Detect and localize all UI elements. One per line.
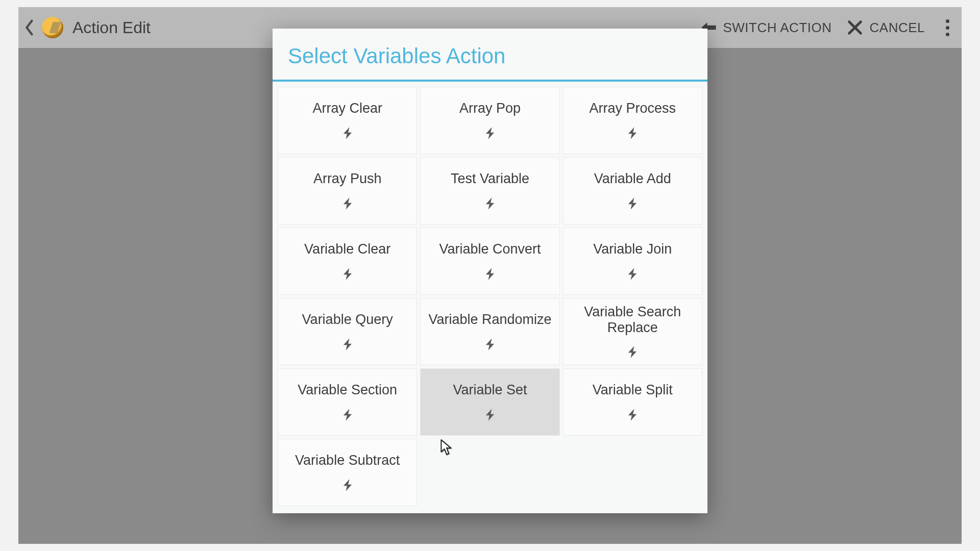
action-tile-label: Variable Add [590, 171, 675, 187]
lightning-icon [625, 408, 640, 422]
action-tile[interactable]: Variable Search Replace [563, 298, 702, 365]
action-tile[interactable]: Variable Randomize [420, 298, 559, 365]
dot-icon [946, 33, 949, 36]
lightning-icon [625, 267, 640, 281]
chevron-left-icon [25, 19, 35, 36]
lightning-icon [625, 196, 640, 211]
action-tile[interactable]: Variable Clear [278, 228, 417, 295]
lightning-icon [340, 337, 355, 352]
page-title: Action Edit [72, 18, 151, 37]
lightning-icon [483, 267, 497, 281]
action-tile[interactable]: Variable Set [420, 368, 559, 436]
switch-action-button[interactable]: SWITCH ACTION [699, 19, 831, 36]
overflow-menu-button[interactable] [942, 19, 952, 36]
action-tile[interactable]: Array Clear [278, 87, 417, 154]
action-tile[interactable]: Array Push [278, 157, 417, 224]
lightning-icon [340, 196, 355, 211]
switch-action-label: SWITCH ACTION [723, 20, 831, 36]
lightning-icon [340, 267, 355, 281]
lightning-icon [625, 126, 640, 140]
action-tile-label: Array Push [309, 171, 386, 187]
action-tile[interactable]: Variable Add [563, 157, 702, 224]
close-icon [846, 19, 864, 36]
app-logo-icon [42, 17, 63, 38]
action-tile[interactable]: Array Process [563, 87, 702, 154]
dot-icon [946, 19, 949, 23]
back-button[interactable] [23, 21, 37, 34]
action-tile-label: Variable Convert [435, 241, 545, 257]
action-tile-label: Variable Set [449, 382, 531, 398]
action-tile[interactable]: Variable Section [278, 368, 417, 436]
action-tile-label: Variable Clear [300, 241, 395, 257]
action-tile[interactable]: Variable Subtract [278, 439, 417, 506]
lightning-icon [340, 408, 355, 422]
lightning-icon [340, 126, 355, 140]
action-tile-label: Variable Randomize [424, 312, 555, 328]
action-tile[interactable]: Test Variable [420, 157, 559, 224]
action-tile-label: Variable Join [589, 241, 676, 257]
lightning-icon [483, 337, 497, 352]
action-tile-label: Array Pop [455, 101, 525, 116]
action-tile-label: Variable Section [293, 382, 401, 398]
action-tile[interactable]: Variable Split [563, 368, 702, 436]
lightning-icon [340, 478, 355, 492]
dot-icon [946, 26, 949, 30]
action-tile-label: Array Process [585, 101, 680, 116]
select-action-dialog: Select Variables Action Array ClearArray… [273, 29, 707, 513]
lightning-icon [483, 126, 497, 140]
dialog-title: Select Variables Action [273, 29, 707, 80]
action-tile-label: Array Clear [308, 101, 386, 116]
lightning-icon [625, 345, 640, 359]
action-grid: Array ClearArray PopArray ProcessArray P… [273, 82, 707, 509]
action-tile-label: Variable Query [298, 312, 397, 328]
action-tile-label: Test Variable [447, 171, 533, 187]
cancel-button[interactable]: CANCEL [846, 19, 925, 36]
lightning-icon [483, 408, 497, 422]
action-tile-label: Variable Split [589, 382, 677, 398]
lightning-icon [483, 196, 497, 211]
action-tile[interactable]: Array Pop [420, 87, 559, 154]
action-tile[interactable]: Variable Join [563, 228, 702, 295]
cancel-label: CANCEL [870, 20, 925, 36]
action-tile[interactable]: Variable Query [278, 298, 417, 365]
action-tile-label: Variable Subtract [291, 453, 404, 468]
action-tile[interactable]: Variable Convert [420, 228, 559, 295]
action-tile-label: Variable Search Replace [564, 304, 702, 336]
